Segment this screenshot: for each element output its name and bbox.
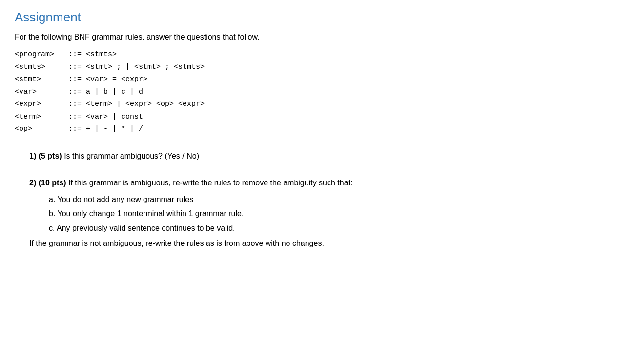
sub-items: a. You do not add any new grammar rulesb…	[29, 193, 602, 235]
grammar-lhs: <var>	[15, 86, 68, 99]
page-title: Assignment	[15, 10, 602, 25]
sub-item: b. You only change 1 nonterminal within …	[49, 207, 602, 220]
grammar-rhs: ::= <stmt> ; | <stmt> ; <stmts>	[68, 61, 205, 74]
grammar-rhs: ::= a | b | c | d	[68, 86, 143, 99]
grammar-rule: <program>::= <stmts>	[15, 48, 602, 61]
intro-text: For the following BNF grammar rules, ans…	[15, 33, 602, 41]
grammar-rhs: ::= + | - | * | /	[68, 123, 143, 136]
question-header: 2) (10 pts) If this grammar is ambiguous…	[29, 177, 602, 189]
grammar-rhs: ::= <term> | <expr> <op> <expr>	[68, 98, 205, 111]
grammar-rule: <stmt>::= <var> = <expr>	[15, 73, 602, 86]
grammar-rhs: ::= <var> = <expr>	[68, 73, 147, 86]
grammar-lhs: <program>	[15, 48, 68, 61]
question-2: 2) (10 pts) If this grammar is ambiguous…	[29, 177, 602, 250]
questions-section: 1) (5 pts) Is this grammar ambiguous? (Y…	[15, 149, 602, 250]
grammar-rhs: ::= <var> | const	[68, 111, 143, 123]
sub-item: c. Any previously valid sentence continu…	[49, 222, 602, 235]
grammar-lhs: <stmt>	[15, 73, 68, 86]
grammar-table: <program>::= <stmts><stmts>::= <stmt> ; …	[15, 48, 602, 136]
grammar-rule: <term>::= <var> | const	[15, 111, 602, 123]
grammar-rule: <stmts>::= <stmt> ; | <stmt> ; <stmts>	[15, 61, 602, 74]
grammar-lhs: <op>	[15, 123, 68, 136]
grammar-lhs: <expr>	[15, 98, 68, 111]
question-number: 2)	[29, 179, 39, 187]
question-header: 1) (5 pts) Is this grammar ambiguous? (Y…	[29, 149, 602, 162]
sub-item: a. You do not add any new grammar rules	[49, 193, 602, 206]
question-pts: (5 pts)	[39, 152, 64, 160]
grammar-rule: <op>::= + | - | * | /	[15, 123, 602, 136]
question-text: If this grammar is ambiguous, re-write t…	[68, 179, 352, 187]
question-text: Is this grammar ambiguous? (Yes / No)	[64, 152, 199, 160]
grammar-rule: <expr>::= <term> | <expr> <op> <expr>	[15, 98, 602, 111]
question-note: If the grammar is not ambiguous, re-writ…	[29, 237, 602, 250]
grammar-lhs: <stmts>	[15, 61, 68, 74]
grammar-rule: <var>::= a | b | c | d	[15, 86, 602, 99]
question-pts: (10 pts)	[39, 179, 68, 187]
grammar-rhs: ::= <stmts>	[68, 48, 117, 61]
grammar-lhs: <term>	[15, 111, 68, 123]
answer-line	[205, 149, 283, 162]
question-1: 1) (5 pts) Is this grammar ambiguous? (Y…	[29, 149, 602, 162]
question-number: 1)	[29, 152, 39, 160]
